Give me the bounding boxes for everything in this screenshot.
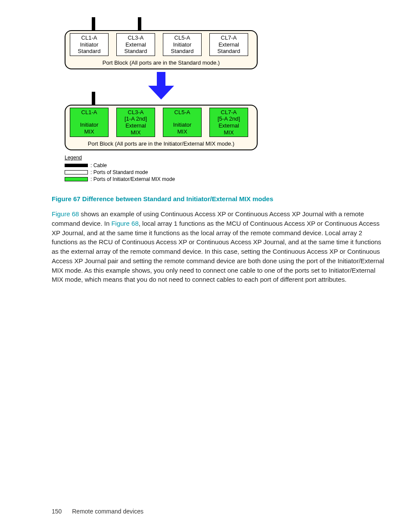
figure-caption: Figure 67 Difference between Standard an… [52,195,385,202]
port-cl5a-std: CL5-A Initiator Standard [163,33,202,56]
body-paragraph: Figure 68 shows an example of using Cont… [52,209,385,284]
port-cl1a-mix: CL1-A Initiator MIX [70,108,109,137]
legend: Legend : Cable : Ports of Standard mode … [65,155,385,182]
diagram: CL1-A Initiator Standard CL3-A External … [65,17,385,182]
page-number: 150 [52,508,62,515]
legend-swatch-cable [65,164,88,167]
legend-label-mix: : Ports of Initiator/External MIX mode [90,176,175,182]
block-caption-mix: Port Block (All ports are in the Initiat… [70,140,252,147]
page-footer: 150 Remote command devices [52,508,143,515]
cable-icon [138,17,141,30]
block-caption-std: Port Block (All ports are in the Standar… [70,59,252,66]
legend-swatch-mix [65,177,88,181]
port-block-mix: CL1-A Initiator MIX CL3-A [1-A 2nd] Exte… [65,92,385,150]
legend-label-cable: : Cable [90,162,107,168]
section-title: Remote command devices [72,508,143,515]
legend-label-standard: : Ports of Standard mode [90,169,148,175]
cable-icon [92,17,95,30]
port-cl3a-std: CL3-A External Standard [116,33,155,56]
cables-top-1 [72,17,385,30]
cable-icon [92,92,95,105]
port-cl7a-std: CL7-A External Standard [209,33,248,56]
legend-title: Legend [65,155,385,161]
port-cl7a-mix: CL7-A [5-A 2nd] External MIX [209,108,248,137]
figure-link-68b[interactable]: Figure 68 [111,220,138,227]
port-cl3a-mix: CL3-A [1-A 2nd] External MIX [116,108,155,137]
legend-swatch-standard [65,170,88,174]
cables-top-2 [72,92,385,105]
figure-link-68a[interactable]: Figure 68 [52,210,79,218]
port-cl5a-mix: CL5-A Initiator MIX [163,108,202,137]
port-block-standard: CL1-A Initiator Standard CL3-A External … [65,17,385,69]
port-cl1a-std: CL1-A Initiator Standard [70,33,109,56]
